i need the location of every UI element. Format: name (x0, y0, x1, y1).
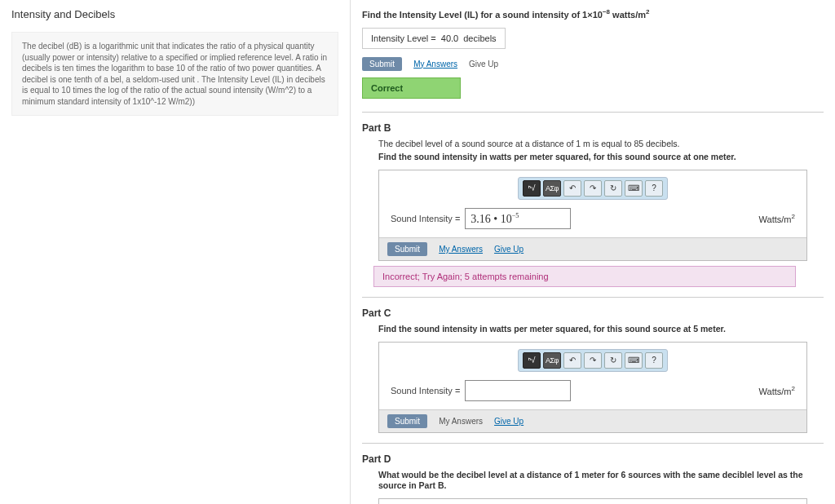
part-c-my-answers[interactable]: My Answers (439, 417, 483, 426)
part-c-title: Part C (362, 307, 824, 319)
part-c-box: ⁿ√ ΑΣφ ↶ ↷ ↻ ⌨ ? Sound Intensity = Watts… (378, 342, 807, 433)
part-a-correct-badge: Correct (362, 77, 461, 99)
part-d-instr1: What would be the decibel level at a dis… (378, 470, 807, 492)
toolbar-redo-button[interactable]: ↷ (584, 352, 602, 369)
toolbar-help-button[interactable]: ? (645, 180, 663, 197)
part-a-my-answers-link[interactable]: My Answers (413, 60, 457, 69)
part-b-submit-button[interactable]: Submit (387, 242, 427, 256)
toolbar-greek-button[interactable]: ΑΣφ (543, 352, 561, 369)
toolbar-reset-button[interactable]: ↻ (604, 352, 622, 369)
part-b-my-answers-link[interactable]: My Answers (439, 245, 483, 254)
part-a-answer-display: Intensity Level = 40.0 decibels (362, 28, 506, 49)
part-b-title: Part B (362, 122, 824, 134)
part-c-answer-label: Sound Intensity = (391, 386, 460, 396)
part-b-answer-input[interactable]: 3.16 • 10−5 (465, 208, 571, 229)
toolbar-greek-button[interactable]: ΑΣφ (543, 180, 561, 197)
part-b-give-up-link[interactable]: Give Up (494, 245, 524, 254)
part-d-title: Part D (362, 453, 824, 465)
part-b-box: ⁿ√ ΑΣφ ↶ ↷ ↻ ⌨ ? Sound Intensity = 3.16 … (378, 170, 807, 261)
toolbar-undo-button[interactable]: ↶ (563, 180, 581, 197)
equation-toolbar: ⁿ√ ΑΣφ ↶ ↷ ↻ ⌨ ? (518, 177, 668, 200)
part-b-units: Watts/m2 (759, 213, 795, 224)
page-title: Intensity and Decibels (11, 8, 338, 20)
part-c-give-up-link[interactable]: Give Up (494, 417, 524, 426)
part-c-units: Watts/m2 (759, 385, 795, 396)
toolbar-undo-button[interactable]: ↶ (563, 352, 581, 369)
part-a-submit-button[interactable]: Submit (362, 57, 402, 71)
part-b-instr1: The decibel level of a sound source at a… (378, 139, 807, 150)
part-b-answer-label: Sound Intensity = (391, 214, 460, 223)
part-d-box: ⁿ√ ΑΣφ ↶ ↷ ↻ ⌨ ? Intensity Level(Group) … (378, 498, 807, 504)
part-a-give-up[interactable]: Give Up (469, 60, 498, 69)
toolbar-root-button[interactable]: ⁿ√ (523, 180, 541, 197)
description-box: The decibel (dB) is a logarithmic unit t… (11, 32, 338, 116)
toolbar-keyboard-button[interactable]: ⌨ (625, 180, 643, 197)
part-c-answer-input[interactable] (465, 380, 571, 401)
part-b-incorrect-badge: Incorrect; Try Again; 5 attempts remaini… (373, 266, 796, 287)
toolbar-redo-button[interactable]: ↷ (584, 180, 602, 197)
part-c-instr1: Find the sound intensity in watts per me… (378, 324, 807, 335)
part-c-submit-button[interactable]: Submit (387, 414, 427, 428)
part-a-prompt: Find the Intensity Level (IL) for a soun… (362, 8, 824, 20)
toolbar-root-button[interactable]: ⁿ√ (523, 352, 541, 369)
toolbar-help-button[interactable]: ? (645, 352, 663, 369)
part-b-instr2: Find the sound intensity in watts per me… (378, 152, 807, 163)
equation-toolbar: ⁿ√ ΑΣφ ↶ ↷ ↻ ⌨ ? (518, 349, 668, 372)
toolbar-reset-button[interactable]: ↻ (604, 180, 622, 197)
toolbar-keyboard-button[interactable]: ⌨ (625, 352, 643, 369)
